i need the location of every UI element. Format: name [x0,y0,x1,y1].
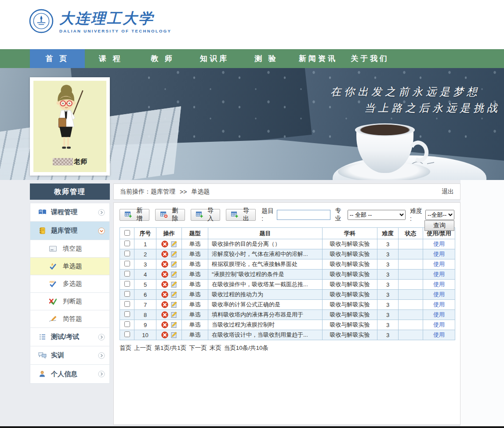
chevron-right-icon[interactable] [98,352,105,359]
row-checkbox[interactable] [124,281,130,287]
row-checkbox[interactable] [124,321,130,327]
chevron-right-icon[interactable] [98,209,105,216]
row-checkbox[interactable] [124,291,130,297]
toolbar-button-1[interactable]: 删除 [155,209,185,221]
usage-link[interactable]: 使用 [433,331,445,338]
row-number-cell: 8 [134,310,156,320]
edit-icon[interactable] [170,261,177,268]
row-checkbox[interactable] [124,251,130,256]
edit-icon[interactable] [170,321,177,328]
row-checkbox-cell [120,270,134,280]
sidebar-item[interactable]: 简答题 [30,310,109,328]
nav-tab[interactable]: 测 验 [240,49,292,68]
row-checkbox[interactable] [124,331,130,337]
nav-tab[interactable]: 知识库 [189,49,240,68]
toolbar-button-2[interactable]: 导入 [191,209,221,221]
usage-link[interactable]: 使用 [433,241,445,247]
delete-icon[interactable] [161,321,168,328]
row-checkbox-cell [120,310,134,320]
row-subject-cell: 吸收与解吸实验 [323,300,377,310]
teacher-name: 老师 [33,158,106,166]
row-status-cell [399,310,423,320]
nav-tab[interactable]: 关于我们 [344,49,396,68]
row-checkbox[interactable] [124,241,130,246]
page-prev-link[interactable]: 上一页 [134,345,152,351]
edit-icon[interactable] [170,331,177,338]
breadcrumb-current[interactable]: 单选题 [191,188,210,196]
sidebar: 教师管理 课程管理题库管理填空题A单选题ABC多选题判断题简答题测试/考试实训个… [30,183,110,384]
edit-icon[interactable] [170,251,177,258]
delete-icon[interactable] [161,291,168,298]
sidebar-item[interactable]: 判断题 [30,293,109,310]
row-difficulty-cell: 3 [377,239,399,249]
usage-link[interactable]: 使用 [433,271,445,277]
table-row: 8单选填料吸收塔内的液体再分布器是用于吸收与解吸实验3使用 [120,310,455,320]
nav-tab[interactable]: 教 师 [137,49,189,68]
difficulty-select[interactable]: --全部-- [425,210,454,220]
edit-icon[interactable] [170,301,177,308]
multi-choice-check-icon: ABC [48,280,58,288]
nav-tab[interactable]: 首 页 [30,49,85,68]
chevron-right-icon[interactable] [98,334,105,341]
delete-icon[interactable] [161,311,168,318]
row-checkbox[interactable] [124,301,130,307]
row-type-cell: 单选 [182,320,208,330]
edit-icon[interactable] [170,311,177,318]
nav-tab[interactable]: 新闻资讯 [292,49,344,68]
edit-icon[interactable] [170,271,177,278]
usage-link[interactable]: 使用 [433,261,445,267]
sidebar-item[interactable]: 题库管理 [30,222,109,240]
chevron-down-icon[interactable] [98,227,105,234]
row-type-cell: 单选 [182,290,208,300]
sidebar-item[interactable]: ABC多选题 [30,275,109,293]
delete-icon[interactable] [161,241,168,248]
sidebar-item[interactable]: 实训 [30,346,109,365]
question-table: 序号操作题型题目学科难度状态使用/禁用 1单选吸收操作的目的是分离（）吸收与解吸… [120,227,455,340]
delete-icon[interactable] [161,271,168,278]
title-filter-input[interactable] [277,210,330,220]
edit-icon[interactable] [170,291,177,298]
sidebar-item[interactable]: 课程管理 [30,203,109,222]
nav-tab[interactable]: 课 程 [85,49,137,68]
delete-icon[interactable] [161,331,168,338]
chevron-right-icon[interactable] [98,370,105,378]
sidebar-item[interactable]: 填空题 [30,240,109,258]
edit-icon[interactable] [170,281,177,288]
hero-banner: 在你出发之前永远是梦想 当上路之后永远是挑战 [0,68,504,180]
usage-link[interactable]: 使用 [433,291,445,298]
toolbar-button-3[interactable]: 导出 [226,209,256,221]
page-next-link[interactable]: 下一页 [189,345,207,351]
row-checkbox[interactable] [124,271,130,277]
row-ops-cell [156,290,182,300]
university-name-en: DALIAN UNIVERSITY OF TECHNOLOGY [59,29,171,33]
page-last-link[interactable]: 末页 [210,345,221,351]
row-subject-cell: 吸收与解吸实验 [323,330,377,340]
row-type-cell: 单选 [182,300,208,310]
breadcrumb-section[interactable]: 题库管理 [151,188,175,196]
page-first-link[interactable]: 首页 [120,345,131,351]
row-checkbox[interactable] [124,311,130,317]
usage-link[interactable]: 使用 [433,311,445,318]
usage-link[interactable]: 使用 [433,321,445,328]
row-checkbox[interactable] [124,261,130,266]
sidebar-item[interactable]: 测试/考试 [30,328,109,346]
row-checkbox-cell [120,290,134,300]
delete-icon[interactable] [161,281,168,288]
logout-link[interactable]: 退出 [442,188,454,196]
delete-icon[interactable] [161,251,168,258]
search-button[interactable]: 查询 [424,220,454,231]
person-icon [37,370,47,378]
row-difficulty-cell: 3 [377,310,399,320]
sidebar-item[interactable]: 个人信息 [30,365,109,383]
usage-link[interactable]: 使用 [433,301,445,308]
major-select[interactable]: -- 全部 -- [348,210,406,220]
edit-icon[interactable] [170,241,177,248]
sidebar-item[interactable]: A单选题 [30,258,109,275]
select-all-checkbox[interactable] [124,230,130,236]
delete-icon[interactable] [161,301,168,308]
usage-link[interactable]: 使用 [433,251,445,257]
toolbar-button-0[interactable]: 新增 [120,209,149,221]
usage-link[interactable]: 使用 [433,281,445,288]
delete-icon[interactable] [161,261,168,268]
title-filter-label: 题目 : [261,207,275,222]
